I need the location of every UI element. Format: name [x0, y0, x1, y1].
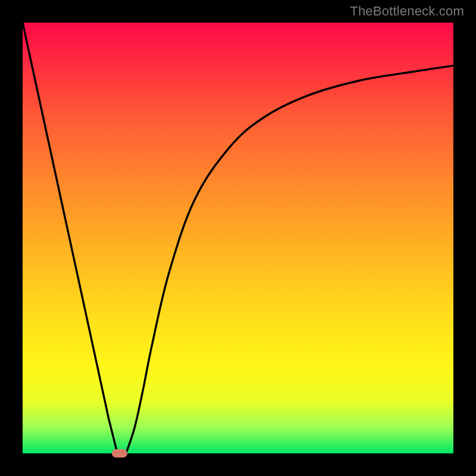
minimum-marker — [112, 449, 127, 458]
curve-layer — [23, 23, 453, 453]
watermark-text: TheBottleneck.com — [350, 4, 464, 19]
chart-frame: TheBottleneck.com — [0, 0, 476, 476]
plot-area — [23, 23, 453, 453]
curve-left-branch — [23, 23, 117, 453]
curve-right-branch — [126, 65, 453, 453]
